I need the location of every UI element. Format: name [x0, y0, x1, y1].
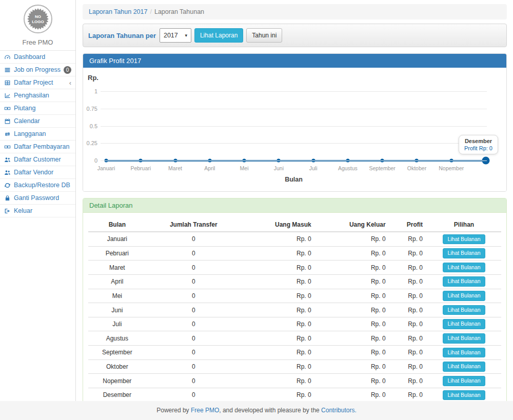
lihat-bulanan-button[interactable]: Lihat Bulanan	[443, 319, 485, 329]
cell-uang-masuk: Rp. 0	[241, 374, 315, 388]
sidebar-item-daftar-project[interactable]: Daftar Project‹	[0, 76, 75, 89]
x-tick-label: Mei	[240, 165, 249, 171]
lihat-bulanan-button[interactable]: Lihat Bulanan	[443, 263, 485, 273]
cell-bulan: Agustus	[88, 331, 146, 346]
chart-tooltip: Desember Profit Rp: 0	[459, 135, 498, 154]
cell-profit: Rp. 0	[390, 303, 427, 317]
cell-bulan: Juni	[88, 303, 146, 317]
lihat-bulanan-button[interactable]: Lihat Bulanan	[443, 333, 485, 344]
cell-bulan: Juli	[88, 317, 146, 331]
cell-uang-keluar: Rp. 0	[315, 359, 390, 374]
column-header-bulan: Bulan	[88, 218, 146, 232]
logo-block: NO LOGO Free PMO	[0, 0, 75, 51]
column-header-uang-masuk: Uang Masuk	[241, 218, 315, 232]
table-icon	[4, 79, 12, 86]
logo-text-bottom: LOGO	[32, 19, 44, 24]
cell-uang-masuk: Rp. 0	[241, 274, 315, 289]
cell-bulan: Nopember	[88, 374, 146, 388]
tooltip-title: Desember	[464, 138, 492, 144]
x-axis-label: Bulan	[101, 176, 487, 183]
cell-jumlah-transfer: 0	[146, 274, 241, 289]
lihat-bulanan-button[interactable]: Lihat Bulanan	[443, 276, 485, 287]
cell-jumlah-transfer: 0	[146, 359, 241, 374]
lock-icon	[4, 195, 12, 202]
sidebar-item-daftar-customer[interactable]: Daftar Customer	[0, 153, 75, 166]
lihat-laporan-button[interactable]: Lihat Laporan	[194, 28, 243, 43]
x-tick-label: Nopember	[439, 165, 464, 171]
cell-uang-masuk: Rp. 0	[241, 289, 315, 303]
table-row: Desember0Rp. 0Rp. 0Rp. 0Lihat Bulanan	[88, 388, 501, 403]
profit-chart-panel: Grafik Profit 2017 Rp. JanuariPebruariMa…	[83, 53, 507, 192]
lihat-bulanan-button[interactable]: Lihat Bulanan	[443, 248, 485, 258]
cell-uang-keluar: Rp. 0	[315, 274, 390, 289]
table-row: Januari0Rp. 0Rp. 0Rp. 0Lihat Bulanan	[88, 232, 501, 246]
cell-jumlah-transfer: 0	[146, 388, 241, 403]
sidebar-item-job-on-progress[interactable]: Job on Progress0	[0, 64, 75, 76]
users-icon	[4, 169, 12, 176]
footer-middle-text: , and developed with pleasure by the	[219, 407, 321, 414]
cell-uang-keluar: Rp. 0	[315, 388, 390, 403]
tahun-ini-button[interactable]: Tahun ini	[246, 28, 282, 43]
lihat-bulanan-button[interactable]: Lihat Bulanan	[443, 305, 485, 315]
sidebar-item-label: Daftar Customer	[14, 156, 71, 163]
lihat-bulanan-button[interactable]: Lihat Bulanan	[443, 376, 485, 386]
column-header-jumlah-transfer: Jumlah Transfer	[146, 218, 241, 232]
x-tick-label: Pebruari	[130, 165, 151, 171]
breadcrumb-link-laporan-tahun[interactable]: Laporan Tahun 2017	[89, 8, 147, 15]
no-logo-seal-icon: NO LOGO	[23, 4, 53, 34]
cell-jumlah-transfer: 0	[146, 303, 241, 317]
sidebar-item-penghasilan[interactable]: Penghasilan	[0, 89, 75, 102]
sidebar-item-daftar-vendor[interactable]: Daftar Vendor	[0, 166, 75, 179]
lihat-bulanan-button[interactable]: Lihat Bulanan	[443, 390, 485, 401]
x-tick-label: April	[204, 165, 215, 171]
sidebar-item-backup-restore-db[interactable]: Backup/Restore DB	[0, 179, 75, 192]
lihat-bulanan-button[interactable]: Lihat Bulanan	[443, 362, 485, 372]
sidebar-item-daftar-pembayaran[interactable]: Daftar Pembayaran	[0, 141, 75, 153]
sidebar-item-langganan[interactable]: Langganan	[0, 128, 75, 141]
sidebar-item-ganti-password[interactable]: Ganti Password	[0, 192, 75, 205]
cell-jumlah-transfer: 0	[146, 331, 241, 346]
footer-contributors-link[interactable]: Contributors.	[321, 407, 357, 414]
cell-pilihan: Lihat Bulanan	[427, 274, 501, 289]
lihat-bulanan-button[interactable]: Lihat Bulanan	[443, 234, 485, 245]
footer-powered-text: Powered by	[156, 407, 191, 414]
detail-laporan-panel: Detail Laporan BulanJumlah TransferUang …	[83, 198, 507, 419]
app-screen: NO LOGO Free PMO DashboardJob on Progres…	[0, 0, 513, 420]
cell-uang-keluar: Rp. 0	[315, 303, 390, 317]
cell-uang-masuk: Rp. 0	[241, 388, 315, 403]
cell-uang-masuk: Rp. 0	[241, 346, 315, 360]
cell-profit: Rp. 0	[390, 232, 427, 246]
table-row: April0Rp. 0Rp. 0Rp. 0Lihat Bulanan	[88, 274, 501, 289]
dashboard-icon	[4, 54, 12, 61]
cell-uang-keluar: Rp. 0	[315, 246, 390, 261]
footer-freepmo-link[interactable]: Free PMO	[191, 407, 219, 414]
cell-jumlah-transfer: 0	[146, 374, 241, 388]
cell-pilihan: Lihat Bulanan	[427, 346, 501, 360]
cell-bulan: Januari	[88, 232, 146, 246]
sidebar-item-calendar[interactable]: Calendar	[0, 115, 75, 128]
lihat-bulanan-button[interactable]: Lihat Bulanan	[443, 348, 485, 358]
year-select[interactable]: 2017 ▾	[160, 28, 191, 43]
breadcrumb-current: Laporan Tahunan	[154, 8, 204, 15]
cell-uang-keluar: Rp. 0	[315, 232, 390, 246]
profit-chart: Rp. JanuariPebruariMaretAprilMeiJuniJuli…	[83, 68, 506, 191]
cell-pilihan: Lihat Bulanan	[427, 246, 501, 261]
money-icon	[4, 144, 12, 150]
cell-pilihan: Lihat Bulanan	[427, 359, 501, 374]
count-badge: 0	[64, 66, 71, 74]
cell-jumlah-transfer: 0	[146, 317, 241, 331]
y-tick-label: 0.25	[83, 140, 97, 146]
cell-profit: Rp. 0	[390, 374, 427, 388]
cell-jumlah-transfer: 0	[146, 346, 241, 360]
sidebar-item-label: Daftar Pembayaran	[14, 143, 71, 150]
cell-uang-masuk: Rp. 0	[241, 232, 315, 246]
sidebar-item-dashboard[interactable]: Dashboard	[0, 51, 75, 64]
sidebar-item-piutang[interactable]: Piutang	[0, 102, 75, 115]
cell-pilihan: Lihat Bulanan	[427, 232, 501, 246]
sidebar-item-label: Penghasilan	[14, 92, 71, 99]
sidebar-item-keluar[interactable]: Keluar	[0, 205, 75, 217]
lihat-bulanan-button[interactable]: Lihat Bulanan	[443, 291, 485, 301]
cell-bulan: April	[88, 274, 146, 289]
gridline	[101, 91, 487, 92]
y-tick-label: 1	[83, 88, 97, 94]
